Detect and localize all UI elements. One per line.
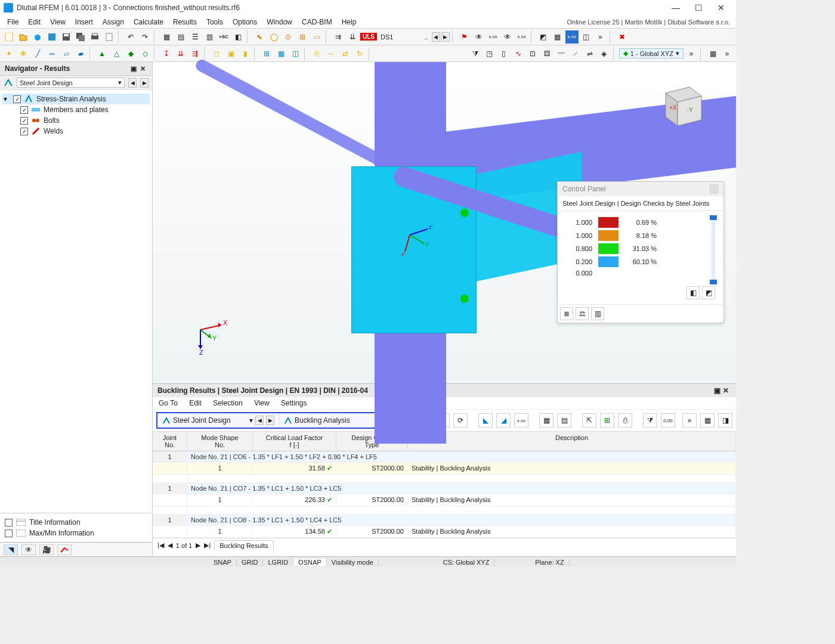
- block-manager-icon[interactable]: [45, 30, 58, 44]
- nav-tab-results[interactable]: [57, 544, 72, 555]
- col-joint[interactable]: Joint No.: [153, 432, 187, 451]
- tree-check-welds[interactable]: [20, 128, 28, 135]
- title-info-row[interactable]: Title Information: [4, 517, 149, 528]
- menu-view[interactable]: View: [45, 17, 70, 27]
- tree-check-members[interactable]: [20, 106, 28, 114]
- table-row[interactable]: 1 134.58 ✔ ST2000.00 Stability | Bucklin…: [153, 526, 736, 538]
- solid-icon[interactable]: ▰: [74, 47, 87, 60]
- node2-icon[interactable]: ❋: [17, 47, 30, 60]
- load2-icon[interactable]: ⇊: [174, 47, 187, 60]
- cp-tab-filter-icon[interactable]: ▥: [591, 307, 604, 320]
- panel-icon[interactable]: ◧: [231, 30, 245, 44]
- more3-icon[interactable]: »: [720, 47, 734, 60]
- cloud-icon[interactable]: [31, 30, 44, 44]
- ds-next[interactable]: ▶: [441, 32, 450, 42]
- view-side-icon[interactable]: ▯: [497, 47, 511, 60]
- navigator-close-icon[interactable]: ✕: [138, 65, 147, 73]
- tb-show2-icon[interactable]: ◢: [496, 413, 511, 428]
- status-lgrid[interactable]: LGRID: [263, 559, 293, 566]
- tb-excel-icon[interactable]: ⊞: [600, 413, 614, 428]
- maximize-button[interactable]: ☐: [687, 3, 710, 13]
- table-icon[interactable]: ▦: [160, 30, 173, 44]
- results-dd-addon[interactable]: Steel Joint Design▾ ◀ ▶: [159, 414, 278, 426]
- navigator-dropdown[interactable]: Steel Joint Design▾: [17, 78, 125, 88]
- open-file-icon[interactable]: [17, 30, 30, 44]
- dice-icon[interactable]: ⚄: [540, 47, 553, 60]
- tb-sync-icon[interactable]: ⟳: [453, 413, 468, 428]
- rotate-icon[interactable]: ↻: [353, 47, 366, 60]
- eye-loads-icon[interactable]: 👁: [472, 30, 485, 44]
- undo-icon[interactable]: ↶: [124, 30, 137, 44]
- node-icon[interactable]: ✦: [2, 47, 16, 60]
- tb-table2-icon[interactable]: ▤: [557, 413, 571, 428]
- nav-next[interactable]: ▶: [140, 78, 149, 88]
- legend-tool-2-icon[interactable]: ◩: [702, 286, 715, 299]
- hinge2-icon[interactable]: ◇: [138, 47, 151, 60]
- table-row[interactable]: 1 31.58 ✔ ST2000.00 Stability | Buckling…: [153, 463, 736, 475]
- legend-slider[interactable]: [712, 217, 715, 283]
- table-row[interactable]: 1 Node No. 21 | CO8 - 1.35 * LC1 + 1.50 …: [153, 515, 736, 526]
- menu-tools[interactable]: Tools: [202, 17, 228, 27]
- script-icon[interactable]: >SC: [217, 30, 230, 44]
- menu-window[interactable]: Window: [262, 17, 297, 27]
- new-file-icon[interactable]: [2, 30, 16, 44]
- select-box-icon[interactable]: ▭: [310, 30, 323, 44]
- colors-icon[interactable]: ▦: [551, 30, 564, 44]
- status-osnap[interactable]: OSNAP: [293, 559, 327, 566]
- section2-icon[interactable]: ⟋: [569, 47, 582, 60]
- layers-icon[interactable]: ◫: [580, 30, 593, 44]
- legend-tool-1-icon[interactable]: ◧: [686, 286, 700, 299]
- load-case-icon[interactable]: ⇉: [332, 30, 345, 44]
- status-grid[interactable]: GRID: [237, 559, 264, 566]
- render-icon[interactable]: x.xx: [565, 30, 579, 44]
- load-combo-icon[interactable]: ⇊: [346, 30, 359, 44]
- tree-root-stress-strain[interactable]: ▾ Stress-Strain Analysis: [2, 94, 150, 104]
- support2-icon[interactable]: △: [110, 47, 123, 60]
- probe-icon[interactable]: ◈: [598, 47, 611, 60]
- grid-icon[interactable]: ▥: [203, 30, 216, 44]
- tb-export-icon[interactable]: ⇱: [582, 413, 596, 428]
- menu-results[interactable]: Results: [168, 17, 202, 27]
- maxmin-info-checkbox[interactable]: [5, 530, 13, 537]
- col-mode[interactable]: Mode Shape No.: [187, 432, 253, 451]
- save-all-icon[interactable]: [74, 30, 87, 44]
- palette-icon[interactable]: ▦: [706, 47, 719, 60]
- results-pin-icon[interactable]: ▣: [714, 386, 720, 395]
- equals-icon[interactable]: ⇌: [583, 47, 596, 60]
- results-menu-settings[interactable]: Settings: [281, 399, 307, 407]
- minimize-button[interactable]: —: [664, 3, 687, 13]
- table2-icon[interactable]: ▤: [174, 30, 187, 44]
- pager-first[interactable]: |◀: [157, 541, 164, 549]
- select-related-icon[interactable]: ⊞: [296, 30, 309, 44]
- tb-more-icon[interactable]: »: [682, 413, 697, 428]
- dd-a-next[interactable]: ▶: [266, 416, 274, 425]
- nav-tab-views[interactable]: ◥: [4, 544, 18, 555]
- tree-check-bolts[interactable]: [20, 117, 28, 125]
- pager-next[interactable]: ▶: [196, 541, 200, 549]
- tree-root-checkbox[interactable]: [13, 95, 21, 103]
- select-circle-icon[interactable]: ⊙: [282, 30, 295, 44]
- support-icon[interactable]: ▲: [95, 47, 109, 60]
- menu-options[interactable]: Options: [228, 17, 262, 27]
- menu-file[interactable]: File: [2, 17, 23, 27]
- menu-insert[interactable]: Insert: [70, 17, 98, 27]
- xxx-icon[interactable]: x.xx: [487, 30, 500, 44]
- status-snap[interactable]: SNAP: [209, 559, 237, 566]
- status-visibility[interactable]: Visibility mode: [327, 559, 379, 566]
- table-row[interactable]: 1 Node No. 21 | CO6 - 1.35 * LF1 + 1.50 …: [153, 451, 736, 463]
- tree-item-welds[interactable]: Welds: [2, 126, 150, 137]
- menu-cadbim[interactable]: CAD-BIM: [297, 17, 337, 27]
- cube-icon[interactable]: ◩: [537, 30, 550, 44]
- select-lasso-icon[interactable]: ◯: [267, 30, 280, 44]
- results-tab[interactable]: Buckling Results: [214, 540, 273, 550]
- diagram2-icon[interactable]: ⊡: [526, 47, 539, 60]
- tb-show-result-icon[interactable]: ◣: [478, 413, 493, 428]
- load1-icon[interactable]: ↧: [160, 47, 173, 60]
- nav-cube[interactable]: +X -Y: [654, 75, 711, 132]
- results-menu-edit[interactable]: Edit: [189, 399, 202, 407]
- line-icon[interactable]: ╱: [31, 47, 44, 60]
- table-row[interactable]: 1 226.33 ✔ ST2000.00 Stability | Bucklin…: [153, 494, 736, 506]
- xxx2-icon[interactable]: x.xx: [515, 30, 528, 44]
- more1-icon[interactable]: »: [594, 30, 607, 44]
- tb-xxx-icon[interactable]: x.xx: [514, 413, 528, 428]
